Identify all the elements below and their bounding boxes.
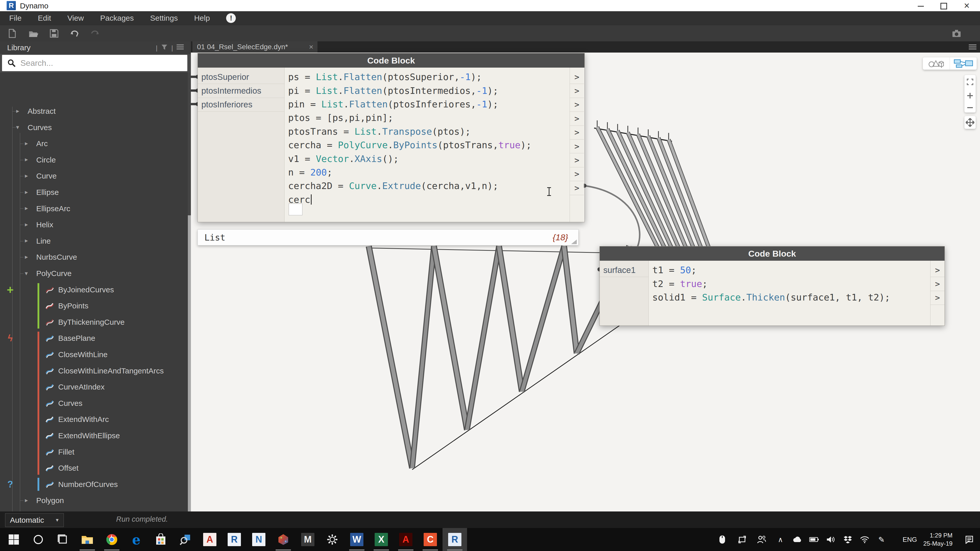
library-category-curves[interactable]: ▼Curves — [0, 119, 188, 136]
taskbar-edge-icon[interactable]: e — [124, 528, 148, 551]
fit-to-screen-icon[interactable] — [967, 79, 974, 85]
output-port-2[interactable]: > — [931, 277, 945, 291]
code-line-5[interactable]: ptosTrans = List.Transpose(ptos); — [285, 125, 570, 138]
code-editor[interactable]: t1 = 50;t2 = true;solid1 = Surface.Thick… — [649, 261, 931, 326]
code-line-1[interactable]: ps = List.Flatten(ptosSuperior,-1); — [285, 70, 570, 84]
input-port-ptosSuperior[interactable]: ptosSuperior — [198, 70, 284, 84]
menu-edit[interactable]: Edit — [38, 14, 51, 22]
chevron-collapsed-icon[interactable]: ▼ — [23, 206, 29, 211]
chevron-expanded-icon[interactable]: ▼ — [24, 271, 29, 276]
output-port-7[interactable]: > — [570, 153, 584, 167]
library-item-bythickeningcurve[interactable]: ByThickeningCurve — [0, 314, 188, 330]
taskbar-revit-active-icon[interactable]: R — [442, 528, 467, 551]
search-input[interactable] — [20, 58, 174, 68]
output-port-2[interactable]: > — [570, 84, 584, 98]
library-scrollbar-thumb[interactable] — [188, 215, 191, 511]
code-block-node-2[interactable]: Code Block surface1 t1 = 50;t2 = true;so… — [600, 246, 945, 326]
list-menu-icon[interactable] — [177, 44, 184, 52]
taskbar-navisworks-icon[interactable]: N — [247, 528, 271, 551]
library-item-curveatindex[interactable]: CurveAtIndex — [0, 379, 188, 395]
code-line-9[interactable]: cercha2D = Curve.Extrude(cercha,v1,n); — [285, 179, 570, 192]
chevron-collapsed-icon[interactable]: ▼ — [23, 157, 29, 162]
preview-resize-corner[interactable] — [571, 240, 577, 244]
action-center-icon[interactable] — [959, 528, 980, 551]
library-category-helix[interactable]: ▼Helix — [0, 217, 188, 233]
library-scrollbar-track[interactable] — [188, 73, 191, 511]
code-editor[interactable]: ps = List.Flatten(ptosSuperior,-1);pi = … — [284, 68, 570, 222]
new-file-icon[interactable] — [7, 28, 18, 38]
taskbar-file-explorer-icon[interactable] — [75, 528, 100, 551]
taskbar-chrome-icon[interactable] — [100, 528, 124, 551]
minimize-button[interactable] — [911, 0, 931, 11]
code-line-10[interactable]: cerc — [285, 193, 570, 206]
tray-mouse-icon[interactable] — [714, 528, 730, 551]
output-port-4[interactable]: > — [570, 112, 584, 125]
library-category-polycurve[interactable]: ▼PolyCurve — [0, 265, 188, 282]
library-item-closewithlineandtangentarcs[interactable]: CloseWithLineAndTangentArcs — [0, 363, 188, 379]
library-item-baseplane[interactable]: ϟ BasePlane — [0, 330, 188, 346]
code-line-6[interactable]: cercha = PolyCurve.ByPoints(ptosTrans,tr… — [285, 138, 570, 152]
tray-volume-icon[interactable] — [823, 528, 839, 551]
library-item-extendwitharc[interactable]: ExtendWithArc — [0, 411, 188, 427]
library-category-abstract[interactable]: ▼Abstract — [0, 103, 188, 119]
library-category-ellipse[interactable]: ▼Ellipse — [0, 184, 188, 200]
taskbar-store-icon[interactable] — [148, 528, 173, 551]
library-category-arc[interactable]: ▼Arc — [0, 135, 188, 152]
output-port-6[interactable]: > — [570, 140, 584, 153]
open-file-icon[interactable] — [28, 28, 38, 38]
taskbar-autocad-icon[interactable]: A — [197, 528, 222, 551]
code-line-2[interactable]: t2 = true; — [649, 277, 930, 290]
taskbar-search-tool-icon[interactable] — [173, 528, 197, 551]
code-line-1[interactable]: t1 = 50; — [649, 263, 930, 277]
tray-pen-icon[interactable]: ✎ — [873, 528, 890, 551]
zoom-out-icon[interactable] — [967, 106, 974, 109]
taskbar-word-icon[interactable]: W — [345, 528, 369, 551]
output-port-3[interactable]: > — [570, 98, 584, 112]
tray-chevron-up-icon[interactable]: ∧ — [772, 528, 789, 551]
code-block-node-1[interactable]: Code Block ptosSuperiorptosIntermediospt… — [197, 53, 585, 222]
taskbar-clock[interactable]: 1:29 PM 25-May-19 — [919, 528, 957, 551]
menu-file[interactable]: File — [9, 14, 21, 22]
chevron-collapsed-icon[interactable]: ▼ — [23, 141, 29, 146]
filter-icon[interactable] — [161, 44, 168, 52]
taskbar-app-m-tile-icon[interactable]: M — [296, 528, 320, 551]
pan-button[interactable] — [964, 116, 976, 129]
output-port-5[interactable]: > — [570, 126, 584, 140]
menu-view[interactable]: View — [67, 14, 84, 22]
node-preview-bubble[interactable]: List {18} — [197, 229, 579, 245]
taskbar-camtasia-icon[interactable]: C — [418, 528, 442, 551]
code-line-4[interactable]: ptos = [ps,pi,pin]; — [285, 111, 570, 124]
language-indicator[interactable]: ENG — [898, 528, 921, 551]
taskbar-cortana-icon[interactable] — [26, 528, 51, 551]
chevron-collapsed-icon[interactable]: ▼ — [23, 254, 29, 260]
taskbar-acrobat-icon[interactable]: A — [393, 528, 418, 551]
output-port-1[interactable]: > — [931, 263, 945, 277]
tray-wifi-icon[interactable] — [856, 528, 873, 551]
search-box[interactable] — [2, 55, 187, 71]
library-item-curves[interactable]: Curves — [0, 395, 188, 411]
taskbar-revit-icon[interactable]: R — [222, 528, 247, 551]
close-button[interactable]: × — [956, 0, 977, 11]
code-line-2[interactable]: pi = List.Flatten(ptosIntermedios,-1); — [285, 84, 570, 97]
camera-export-icon[interactable] — [951, 28, 962, 38]
menu-help[interactable]: Help — [194, 14, 210, 22]
taskbar-start-icon[interactable] — [2, 528, 26, 551]
chevron-collapsed-icon[interactable]: ▼ — [23, 173, 29, 179]
code-line-3[interactable]: pin = List.Flatten(ptosInferiores,-1); — [285, 97, 570, 111]
tray-dropbox-icon[interactable] — [840, 528, 856, 551]
taskbar-dynamo-icon[interactable] — [271, 528, 296, 551]
chevron-collapsed-icon[interactable]: ▼ — [23, 498, 29, 503]
chevron-collapsed-icon[interactable]: ▼ — [14, 109, 21, 114]
input-port-ptosIntermedios[interactable]: ptosIntermedios — [198, 84, 284, 98]
notifications-alert-icon[interactable]: ! — [226, 13, 236, 23]
node-title[interactable]: Code Block — [600, 246, 945, 261]
library-item-extendwithellipse[interactable]: ExtendWithEllipse — [0, 427, 188, 444]
tray-display-expand-icon[interactable] — [734, 528, 750, 551]
menu-packages[interactable]: Packages — [100, 14, 134, 22]
restore-button[interactable] — [934, 0, 954, 11]
library-item-byjoinedcurves[interactable]: + ByJoinedCurves — [0, 282, 188, 298]
output-port-1[interactable]: > — [570, 70, 584, 84]
chevron-collapsed-icon[interactable]: ▼ — [23, 190, 29, 195]
library-category-polygon[interactable]: ▼Polygon — [0, 492, 188, 509]
library-item-numberofcurves[interactable]: ? NumberOfCurves — [0, 476, 188, 492]
